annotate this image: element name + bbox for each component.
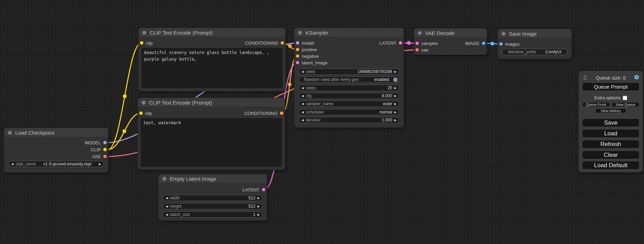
node-save-image[interactable]: Save Image images filename_prefix ComfyU… (498, 29, 572, 59)
output-port-model[interactable]: MODEL (85, 140, 107, 145)
increment-arrow-icon[interactable] (394, 119, 397, 122)
decrement-arrow-icon[interactable] (301, 94, 304, 98)
latent-port-dot[interactable] (262, 188, 265, 191)
increment-arrow-icon[interactable] (394, 94, 397, 98)
clip-port-dot[interactable] (139, 111, 143, 115)
node-titlebar[interactable]: Save Image (498, 29, 572, 38)
load-button[interactable]: Load (582, 129, 639, 138)
settings-gear-icon[interactable] (634, 74, 640, 80)
input-port-latent-image[interactable]: latent_image (296, 60, 327, 65)
vae-port-dot[interactable] (103, 155, 107, 158)
vae-port-dot[interactable] (415, 48, 419, 52)
positive-prompt-textarea[interactable]: beautiful scenery nature glass bottle la… (141, 48, 283, 88)
extra-options-checkbox[interactable] (623, 96, 627, 100)
node-titlebar[interactable]: KSampler (294, 28, 404, 37)
decrement-arrow-icon[interactable] (166, 205, 168, 208)
node-ksampler[interactable]: KSampler model positive negative latent_… (294, 28, 404, 127)
input-port-model[interactable]: model (296, 40, 314, 45)
load-default-button[interactable]: Load Default (582, 161, 639, 170)
steps-widget[interactable]: steps 20 (299, 85, 399, 91)
input-port-samples[interactable]: samples (415, 41, 438, 46)
node-clip-text-encode-negative[interactable]: CLIP Text Encode (Prompt) clip CONDITION… (138, 98, 285, 170)
increment-arrow-icon[interactable] (99, 163, 101, 166)
queue-prompt-button[interactable]: Queue Prompt (582, 82, 639, 91)
decrement-arrow-icon[interactable] (166, 197, 168, 200)
ckpt-name-widget[interactable]: ckpt_name v1-5-pruned-emaonly.ckpt (8, 161, 104, 167)
height-widget[interactable]: height 512 (163, 203, 263, 209)
denoise-widget[interactable]: denoise 1.000 (299, 117, 399, 123)
latent-port-dot[interactable] (296, 61, 299, 64)
negative-prompt-textarea[interactable]: text, watermark (141, 118, 282, 167)
sampler-name-widget[interactable]: sampler_name euler (299, 101, 399, 107)
collapse-dot-icon[interactable] (298, 31, 302, 35)
clear-button[interactable]: Clear (582, 151, 639, 159)
filename-prefix-widget[interactable]: filename_prefix ComfyUI (502, 49, 567, 55)
latent-port-dot[interactable] (399, 41, 402, 45)
node-titlebar[interactable]: VAE Decode (414, 28, 487, 38)
node-titlebar[interactable]: CLIP Text Encode (Prompt) (138, 98, 285, 107)
view-queue-button[interactable]: View Queue (611, 102, 639, 107)
node-clip-text-encode-positive[interactable]: CLIP Text Encode (Prompt) clip CONDITION… (139, 28, 285, 91)
collapse-dot-icon[interactable] (8, 131, 12, 135)
input-port-positive[interactable]: positive (296, 47, 317, 52)
output-port-conditioning[interactable]: CONDITIONING (245, 40, 284, 45)
decrement-arrow-icon[interactable] (301, 111, 304, 114)
decrement-arrow-icon[interactable] (166, 213, 168, 216)
width-widget[interactable]: width 512 (163, 195, 263, 201)
image-port-dot[interactable] (499, 42, 503, 46)
increment-arrow-icon[interactable] (257, 213, 260, 216)
increment-arrow-icon[interactable] (394, 111, 397, 114)
graph-canvas[interactable]: Load Checkpoint MODEL CLIP VAE ckpt_name… (0, 0, 644, 244)
output-port-clip[interactable]: CLIP (91, 147, 107, 152)
decrement-arrow-icon[interactable] (301, 70, 304, 73)
cfg-widget[interactable]: cfg 8.000 (299, 93, 399, 99)
batch-size-widget[interactable]: batch_size 1 (163, 211, 263, 218)
node-titlebar[interactable]: CLIP Text Encode (Prompt) (139, 28, 285, 37)
random-seed-toggle-icon[interactable] (393, 78, 398, 82)
output-port-vae[interactable]: VAE (92, 154, 107, 159)
output-port-latent[interactable]: LATENT (242, 187, 265, 192)
model-port-dot[interactable] (296, 41, 299, 45)
increment-arrow-icon[interactable] (394, 87, 397, 90)
decrement-arrow-icon[interactable] (11, 163, 14, 166)
output-port-latent[interactable]: LATENT (379, 40, 402, 45)
refresh-button[interactable]: Refresh (582, 140, 639, 148)
latent-port-dot[interactable] (415, 42, 419, 45)
input-port-images[interactable]: images (499, 42, 520, 46)
save-button[interactable]: Save (582, 118, 639, 127)
view-history-button[interactable]: View History (595, 108, 626, 113)
clip-port-dot[interactable] (140, 41, 143, 45)
increment-arrow-icon[interactable] (394, 70, 397, 73)
random-seed-widget[interactable]: Random seed after every gen enabled (299, 76, 399, 83)
image-port-dot[interactable] (482, 42, 485, 45)
input-port-clip[interactable]: clip (139, 111, 152, 116)
decrement-arrow-icon[interactable] (301, 119, 304, 122)
collapse-dot-icon[interactable] (162, 177, 166, 181)
collapse-dot-icon[interactable] (418, 31, 422, 35)
collapse-dot-icon[interactable] (142, 101, 145, 105)
node-empty-latent-image[interactable]: Empty Latent Image LATENT width 512 heig… (159, 174, 267, 220)
node-titlebar[interactable]: Load Checkpoint (4, 128, 108, 137)
node-load-checkpoint[interactable]: Load Checkpoint MODEL CLIP VAE ckpt_name… (4, 128, 108, 172)
node-titlebar[interactable]: Empty Latent Image (159, 174, 267, 183)
collapse-dot-icon[interactable] (502, 32, 505, 36)
input-port-clip[interactable]: clip (140, 40, 153, 45)
scheduler-widget[interactable]: scheduler normal (299, 109, 399, 115)
output-port-image[interactable]: IMAGE (465, 41, 485, 46)
input-port-negative[interactable]: negative (296, 54, 319, 58)
conditioning-port-dot[interactable] (296, 48, 299, 51)
increment-arrow-icon[interactable] (257, 197, 260, 200)
output-port-conditioning[interactable]: CONDITIONING (244, 111, 283, 116)
clip-port-dot[interactable] (103, 148, 107, 151)
node-vae-decode[interactable]: VAE Decode samples vae IMAGE (414, 28, 487, 55)
increment-arrow-icon[interactable] (257, 205, 260, 208)
input-port-vae[interactable]: vae (415, 47, 429, 52)
collapse-dot-icon[interactable] (142, 31, 146, 35)
seed-widget[interactable]: seed 156680208700286 (299, 69, 399, 75)
model-port-dot[interactable] (103, 141, 107, 144)
queue-front-button[interactable]: Queue Front (582, 102, 610, 107)
queue-panel[interactable]: Queue size: 0 Queue Prompt Extra options… (579, 71, 643, 172)
increment-arrow-icon[interactable] (394, 102, 397, 106)
decrement-arrow-icon[interactable] (301, 87, 304, 90)
decrement-arrow-icon[interactable] (301, 102, 304, 106)
